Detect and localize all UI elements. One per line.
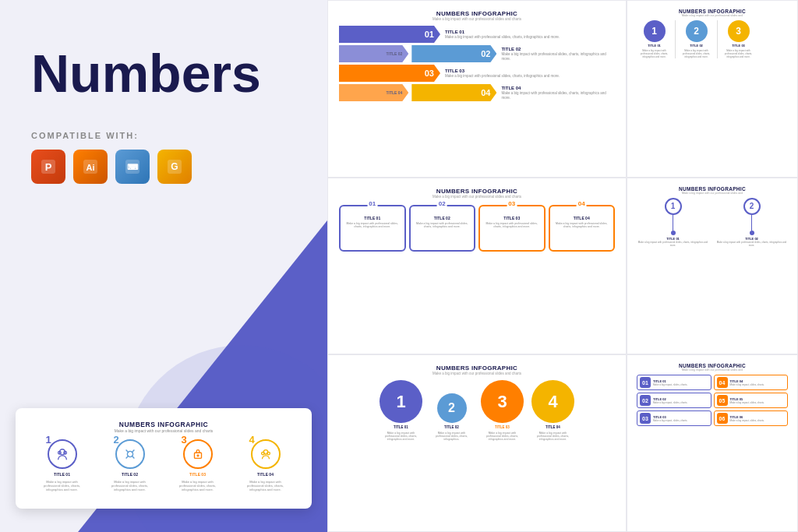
slide2-subtitle: Make a big impact with our professional … <box>339 195 615 199</box>
main-title: Numbers <box>31 47 296 100</box>
circle-1: 1 <box>48 439 77 469</box>
rc3-item-6: 06 TITLE 06 Make a big impact, slides, c… <box>714 410 789 426</box>
right-panel: NUMBERS INFOGRAPHIC Make a big impact wi… <box>327 0 798 532</box>
circle-icons: 1 TITLE 01 Make a big impact with profes… <box>28 439 299 491</box>
slide-brackets: NUMBERS INFOGRAPHIC Make a big impact wi… <box>327 178 627 355</box>
arrow-label-2: TITLE 02 Make a big impact with professi… <box>501 47 615 61</box>
rc3-subtitle: Make a big impact with our professional … <box>637 368 788 372</box>
arrow-1: 01 <box>339 26 440 43</box>
arrow-row-3: 03 TITLE 03 Make a big impact with profe… <box>339 65 615 82</box>
arrow-2: 02 <box>411 45 496 62</box>
left-panel: Numbers COMPATIBLE WITH: P Ai ⌨ G NUMBER… <box>0 0 327 532</box>
right-card-2: NUMBERS INFOGRAPHIC Make a big impact wi… <box>627 178 798 355</box>
svg-text:P: P <box>45 161 52 173</box>
arrow-label-title4: TITLE 04 <box>339 84 408 101</box>
slide-circles: NUMBERS INFOGRAPHIC Make a big impact wi… <box>327 354 627 532</box>
arrow-3: 03 <box>339 65 440 82</box>
svg-rect-12 <box>194 453 201 458</box>
rc3-item-1: 01 TITLE 01 Make a big impact, slides, c… <box>637 375 711 390</box>
slide-arrows: NUMBERS INFOGRAPHIC Make a big impact wi… <box>327 0 627 178</box>
rc2-subtitle: Make a big impact with our professional … <box>637 192 788 195</box>
svg-text:Ai: Ai <box>87 163 95 172</box>
preview-title: NUMBERS INFOGRAPHIC <box>28 421 299 428</box>
svg-point-13 <box>197 455 199 456</box>
rc1-title: NUMBERS INFOGRAPHIC <box>637 9 788 14</box>
rc3-title: NUMBERS INFOGRAPHIC <box>637 363 788 368</box>
rc1-item-1: 1 TITLE 01 Make a big impact with profes… <box>637 20 672 58</box>
arrow-label-4: TITLE 04 Make a big impact with professi… <box>501 86 615 100</box>
slide3-subtitle: Make a big impact with our professional … <box>339 372 615 375</box>
rc3-item-2: 02 TITLE 02 Make a big impact, slides, c… <box>637 393 711 408</box>
ci-label-1: TITLE 01 <box>54 472 70 477</box>
gdocs-icon: G <box>157 150 192 184</box>
rc3-item-5: 05 TITLE 05 Make a big impact, slides, c… <box>714 393 789 408</box>
arrow-row-1: 01 TITLE 01 Make a big impact with profe… <box>339 26 615 43</box>
slide3-title: NUMBERS INFOGRAPHIC <box>339 365 615 372</box>
arrow-label-1: TITLE 01 Make a big impact with professi… <box>445 30 560 39</box>
cg-2: 2 TITLE 02 Make a big impact with profes… <box>430 393 473 441</box>
arrow-label-title2: TITLE 02 <box>339 45 408 62</box>
cg-4: 4 TITLE 04 Make a big impact with profes… <box>531 380 574 441</box>
left-content: Numbers COMPATIBLE WITH: P Ai ⌨ G <box>0 0 327 262</box>
bracket-2: 02 TITLE 02 Make a big impact with profe… <box>409 205 476 252</box>
slide1-subtitle: Make a big impact with our professional … <box>339 17 615 21</box>
arrow-row-4: TITLE 04 04 TITLE 04 Make a big impact w… <box>339 84 615 101</box>
compatible-label: COMPATIBLE WITH: <box>31 131 296 140</box>
svg-text:⌨: ⌨ <box>127 163 139 171</box>
big-circle-4: 4 <box>531 380 574 423</box>
ci-desc-4: Make a big impact with professional slid… <box>244 480 287 491</box>
right-column: NUMBERS INFOGRAPHIC Make a big impact wi… <box>627 0 798 532</box>
rc2-title: NUMBERS INFOGRAPHIC <box>637 186 788 192</box>
arrow-label-3: TITLE 03 Make a big impact with professi… <box>445 69 560 78</box>
circle-2: 2 <box>115 439 145 469</box>
ci-desc-2: Make a big impact with professional slid… <box>108 480 151 491</box>
ci-desc-1: Make a big impact with professional slid… <box>41 480 83 491</box>
rc2-item-2: 2 TITLE 02 Make a big impact with profes… <box>715 198 788 247</box>
arrow-row-2: TITLE 02 02 TITLE 02 Make a big impact w… <box>339 45 615 62</box>
cg-1: 1 TITLE 01 Make a big impact with profes… <box>380 380 422 441</box>
preview-item-2: 2 TITLE 02 Make a big impact with profes… <box>108 439 151 491</box>
slide2-title: NUMBERS INFOGRAPHIC <box>339 188 615 195</box>
rc3-item-4: 04 TITLE 04 Make a big impact, slides, c… <box>714 375 789 390</box>
rc3-item-3: 03 TITLE 03 Make a big impact, slides, c… <box>637 410 711 426</box>
preview-item-1: 1 TITLE 01 Make a big impact with profes… <box>41 439 83 491</box>
rc3-grid: 01 TITLE 01 Make a big impact, slides, c… <box>637 375 788 426</box>
arrow-infographic: 01 TITLE 01 Make a big impact with profe… <box>339 26 615 101</box>
big-circle-3: 3 <box>481 380 524 423</box>
right-card-1: NUMBERS INFOGRAPHIC Make a big impact wi… <box>627 0 798 178</box>
rc2-timeline: 1 TITLE 01 Make a big impact with profes… <box>637 198 788 247</box>
arrow-4: 04 <box>411 84 496 101</box>
app-icons-row: P Ai ⌨ G <box>31 150 296 184</box>
keynote-icon: ⌨ <box>115 150 150 184</box>
preview-subtitle: Make a big impact with our professional … <box>28 428 299 433</box>
illustrator-icon: Ai <box>73 150 108 184</box>
small-circle-2: 2 <box>437 393 467 423</box>
rc1-arrows: 1 TITLE 01 Make a big impact with profes… <box>637 20 788 58</box>
slide1-title: NUMBERS INFOGRAPHIC <box>339 10 615 17</box>
left-preview-slide: NUMBERS INFOGRAPHIC Make a big impact wi… <box>16 408 312 509</box>
rc1-item-3: 3 TITLE 03 Make a big impact with profes… <box>721 20 756 58</box>
preview-item-4: 4 TITLE 04 Make a big impact with profes… <box>244 439 287 491</box>
ci-label-3: TITLE 03 <box>189 472 206 477</box>
right-card-3: NUMBERS INFOGRAPHIC Make a big impact wi… <box>627 354 798 532</box>
circles-row: 1 TITLE 01 Make a big impact with profes… <box>339 380 615 441</box>
ci-label-4: TITLE 04 <box>257 472 274 477</box>
powerpoint-icon: P <box>31 150 65 184</box>
big-circle-1: 1 <box>380 380 422 423</box>
circle-4: 4 <box>251 439 281 469</box>
svg-text:G: G <box>171 161 178 172</box>
rc1-subtitle: Make a big impact with our professional … <box>637 14 788 17</box>
bracket-1: 01 TITLE 01 Make a big impact with profe… <box>339 205 406 252</box>
bracket-3: 03 TITLE 03 Make a big impact with profe… <box>478 205 546 252</box>
svg-point-15 <box>261 452 264 455</box>
bracket-4: 04 TITLE 04 Make a big impact with profe… <box>549 205 616 252</box>
rc2-item-1: 1 TITLE 01 Make a big impact with profes… <box>637 198 709 247</box>
bracket-row: 01 TITLE 01 Make a big impact with profe… <box>339 205 615 252</box>
rc1-item-2: 2 TITLE 02 Make a big impact with profes… <box>679 20 714 58</box>
cg-3: 3 TITLE 03 Make a big impact with profes… <box>481 380 524 441</box>
svg-point-16 <box>267 452 270 455</box>
ci-desc-3: Make a big impact with professional slid… <box>176 480 219 491</box>
preview-item-3: 3 TITLE 03 Make a big impact with profes… <box>176 439 219 491</box>
ci-label-2: TITLE 02 <box>122 472 138 477</box>
circle-3: 3 <box>183 439 213 469</box>
